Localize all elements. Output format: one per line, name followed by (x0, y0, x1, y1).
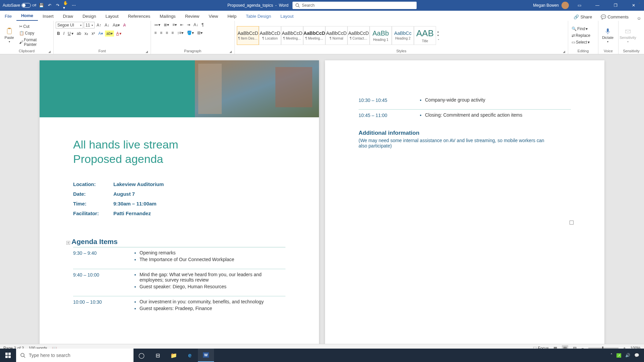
justify-icon[interactable]: ≡ (170, 30, 175, 36)
edge-icon[interactable]: e (182, 349, 198, 362)
tab-layout[interactable]: Layout (101, 14, 123, 21)
avatar[interactable] (561, 2, 569, 9)
feedback-icon[interactable]: ☺ (634, 16, 644, 21)
ribbon-display-icon[interactable]: ▭ (572, 0, 587, 11)
font-color-icon[interactable]: A▾ (115, 31, 123, 37)
dictate-button[interactable]: Dictate▾ (600, 27, 615, 43)
multilevel-icon[interactable]: ≡▾ (171, 22, 178, 28)
save-icon[interactable]: 💾 (39, 3, 44, 8)
touch-mode-icon[interactable]: ✋▾ (63, 3, 68, 8)
dec-indent-icon[interactable]: ⇤ (179, 22, 185, 28)
borders-icon[interactable]: ⊞▾ (196, 30, 204, 36)
tab-references[interactable]: References (123, 14, 155, 21)
copy-button[interactable]: 📋 Copy (18, 30, 36, 36)
page-2[interactable]: 10:30 – 10:45 Company-wide group activit… (325, 60, 604, 351)
sort-icon[interactable]: A↓ (192, 22, 200, 28)
collapse-ribbon-icon[interactable]: ˄ (638, 2, 641, 7)
inc-indent-icon[interactable]: ⇥ (185, 22, 192, 28)
style-contact[interactable]: AaBbCcD¶ Contact… (347, 26, 370, 45)
find-button[interactable]: 🔍 Find ▾ (570, 26, 589, 32)
bullets-icon[interactable]: ≔▾ (153, 22, 162, 28)
paragraph-launcher-icon[interactable]: ◢ (229, 50, 232, 53)
text-effects-icon[interactable]: A▾ (97, 31, 104, 37)
tab-table-layout[interactable]: Layout (276, 14, 298, 21)
shading-icon[interactable]: 🪣▾ (185, 30, 195, 36)
agenda-row[interactable]: 9:30 – 9:40 Opening remarksThe Importanc… (40, 247, 319, 263)
style-normal[interactable]: AaBbCcD¶ Normal (325, 26, 347, 45)
subscript-button[interactable]: x₂ (83, 31, 90, 37)
agenda-row[interactable]: 9:40 – 10:00 Mind the gap: What we've he… (40, 269, 319, 290)
tray-chevron-icon[interactable]: ˄ (610, 353, 612, 358)
bold-button[interactable]: B (56, 31, 61, 37)
style-heading1[interactable]: AaBbHeading 1 (370, 26, 392, 45)
align-left-icon[interactable]: ≡ (153, 30, 158, 36)
align-right-icon[interactable]: ≡ (164, 30, 169, 36)
change-case-icon[interactable]: Aa▾ (111, 22, 121, 28)
tab-mailings[interactable]: Mailings (155, 14, 180, 21)
style-heading2[interactable]: AaBbCcHeading 2 (392, 26, 414, 45)
taskbar-search[interactable]: Type here to search (16, 349, 133, 362)
tab-view[interactable]: View (204, 14, 223, 21)
paste-button[interactable]: Paste▾ (2, 27, 16, 43)
style-item-desc[interactable]: AaBbCcD¶ Item Des… (237, 26, 259, 45)
tray-app-icon[interactable]: ↗ (616, 353, 621, 358)
agenda-row[interactable]: 10:45 – 11:00 Closing: Commitment and sp… (325, 110, 604, 118)
font-size-combo[interactable]: 11▾ (84, 22, 95, 28)
font-launcher-icon[interactable]: ◢ (146, 50, 148, 53)
file-explorer-icon[interactable]: 📁 (166, 349, 182, 362)
line-spacing-icon[interactable]: ↕≡▾ (176, 30, 185, 36)
additional-info[interactable]: Additional information (We may need some… (325, 118, 604, 148)
document-area[interactable]: All hands live stream Proposed agenda Lo… (0, 54, 644, 351)
qat-customize-icon[interactable]: ⋯ (71, 3, 76, 8)
action-center-icon[interactable]: 💬 (634, 353, 639, 358)
cut-button[interactable]: ✂ Cut (18, 23, 31, 29)
start-button[interactable] (0, 349, 16, 362)
share-button[interactable]: 🔗 Share (570, 13, 595, 21)
autosave-toggle[interactable]: AutoSave Off (3, 3, 36, 8)
minimize-icon[interactable]: — (590, 0, 605, 11)
style-meeting2[interactable]: AaBbCcD¶ Meeting… (303, 26, 325, 45)
styles-more[interactable]: ▴▾⌄ (436, 30, 440, 41)
superscript-button[interactable]: x² (90, 31, 96, 37)
replace-button[interactable]: ⇄ Replace (570, 33, 592, 39)
word-icon[interactable]: W (198, 349, 214, 362)
tab-home[interactable]: Home (16, 13, 38, 21)
grow-font-icon[interactable]: A↑ (95, 22, 103, 28)
select-button[interactable]: ▭ Select ▾ (570, 39, 591, 45)
user-name[interactable]: Megan Bowen (533, 3, 559, 8)
clipboard-launcher-icon[interactable]: ◢ (48, 50, 51, 53)
tab-insert[interactable]: Insert (38, 14, 58, 21)
align-center-icon[interactable]: ≡ (159, 30, 164, 36)
style-meeting1[interactable]: AaBbCcD¶ Meeting… (281, 26, 303, 45)
tab-draw[interactable]: Draw (58, 14, 78, 21)
font-name-combo[interactable]: Segoe UI▾ (56, 22, 83, 28)
task-view-icon[interactable]: ⊟ (150, 349, 166, 362)
format-painter-button[interactable]: 🖌 Format Painter (18, 37, 51, 48)
document-title[interactable]: All hands live stream Proposed agenda (40, 117, 319, 166)
tab-design[interactable]: Design (78, 14, 101, 21)
redo-icon[interactable]: ↷ (55, 3, 60, 8)
comments-button[interactable]: 💬 Comments (597, 13, 632, 21)
volume-icon[interactable]: 🔊 (625, 353, 630, 358)
tab-review[interactable]: Review (180, 14, 204, 21)
numbering-icon[interactable]: ≣▾ (162, 22, 170, 28)
strike-button[interactable]: ab (75, 31, 83, 37)
agenda-row[interactable]: 10:00 – 10:30 Our investment in you: com… (40, 296, 319, 312)
search-box[interactable]: Search (292, 2, 417, 9)
agenda-header[interactable]: + Agenda Items (40, 218, 319, 247)
table-anchor-icon[interactable]: + (66, 241, 70, 245)
italic-button[interactable]: I (62, 31, 66, 37)
highlight-icon[interactable]: ab▾ (105, 31, 114, 37)
undo-icon[interactable]: ↶ (47, 3, 52, 8)
clear-format-icon[interactable]: A̷ (122, 22, 127, 28)
show-marks-icon[interactable]: ¶ (200, 22, 205, 28)
shrink-font-icon[interactable]: A↓ (103, 22, 111, 28)
cortana-icon[interactable]: ◯ (133, 349, 150, 362)
agenda-row[interactable]: 10:30 – 10:45 Company-wide group activit… (325, 60, 604, 103)
meta-table[interactable]: Location:Lakeview Auditorium Date:August… (40, 166, 319, 218)
sensitivity-button[interactable]: Sensitivity▾ (621, 27, 635, 43)
style-title[interactable]: AABTitle (414, 26, 436, 45)
tab-table-design[interactable]: Table Design (241, 14, 276, 21)
tab-help[interactable]: Help (223, 14, 241, 21)
style-location[interactable]: AaBbCcD¶ Location (259, 26, 281, 45)
